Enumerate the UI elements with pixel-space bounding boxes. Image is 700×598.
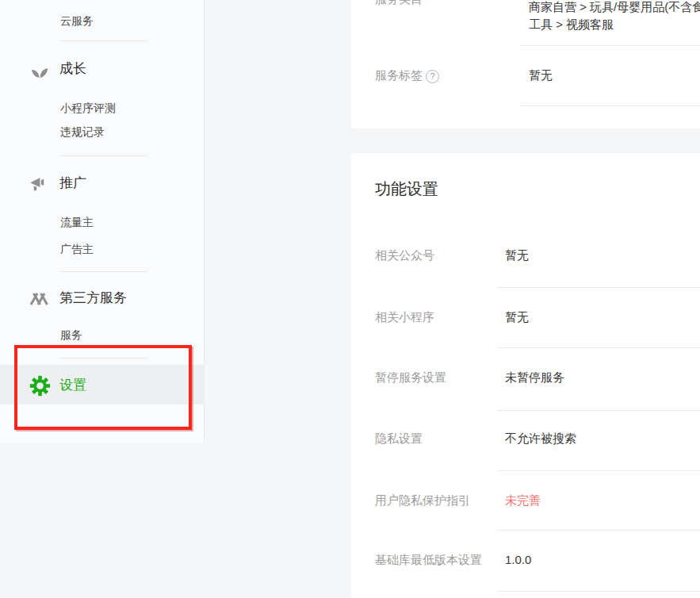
help-icon[interactable]: ? [426,70,439,83]
sidebar-item-advertiser[interactable]: 广告主 [60,243,94,256]
divider [521,105,700,106]
service-tag-label: 服务标签 [375,68,423,82]
sidebar-item-mp-evaluation[interactable]: 小程序评测 [60,102,116,115]
related-official-account-value: 暂无 [505,248,529,262]
sidebar-border [204,0,205,443]
pause-service-label: 暂停服务设置 [375,370,446,384]
sidebar-item-violation-records[interactable]: 违规记录 [60,125,105,139]
related-miniprogram-label: 相关小程序 [375,310,434,324]
divider [497,347,700,348]
sidebar-item-third-party-service[interactable]: 第三方服务 [59,290,127,306]
related-miniprogram-value: 暂无 [505,310,529,324]
sidebar-divider [60,40,147,41]
third-party-icon [29,291,49,307]
base-library-version-label: 基础库最低版本设置 [375,553,482,566]
service-category-value-line1: 商家自营 > 玩具/母婴用品(不含食品) [529,0,700,13]
divider [497,591,700,592]
megaphone-icon [29,176,48,192]
service-category-value-line2: 工具 > 视频客服 [529,17,614,31]
page: 云服务 成长 小程序评测 违规记录 推广 流量主 广告主 第三方服务 服务 [0,0,700,598]
annotation-red-box [14,345,192,430]
sidebar-item-traffic-owner[interactable]: 流量主 [60,216,94,229]
sprout-icon [30,63,49,79]
panel-title: 功能设置 [375,179,438,198]
divider [497,410,700,411]
privacy-setting-label: 隐私设置 [375,431,423,445]
service-info-panel [351,0,700,128]
base-library-version-value: 1.0.0 [505,553,531,566]
service-category-label: 服务类目 [375,0,423,6]
related-official-account-label: 相关公众号 [375,248,434,262]
divider [497,470,700,471]
user-privacy-guide-label: 用户隐私保护指引 [375,493,470,507]
divider [497,530,700,531]
privacy-setting-value: 不允许被搜索 [505,431,576,445]
sidebar-divider [60,155,147,156]
sidebar-divider [60,271,147,272]
sidebar-item-promotion[interactable]: 推广 [59,175,86,191]
divider [497,287,700,288]
service-tag-value: 暂无 [529,68,553,82]
sidebar-item-service[interactable]: 服务 [60,328,82,342]
pause-service-value: 未暂停服务 [505,370,564,384]
divider [521,45,700,46]
sidebar-item-growth[interactable]: 成长 [59,61,86,77]
sidebar-item-cloud-service[interactable]: 云服务 [60,14,94,28]
user-privacy-guide-value: 未完善 [505,493,541,507]
